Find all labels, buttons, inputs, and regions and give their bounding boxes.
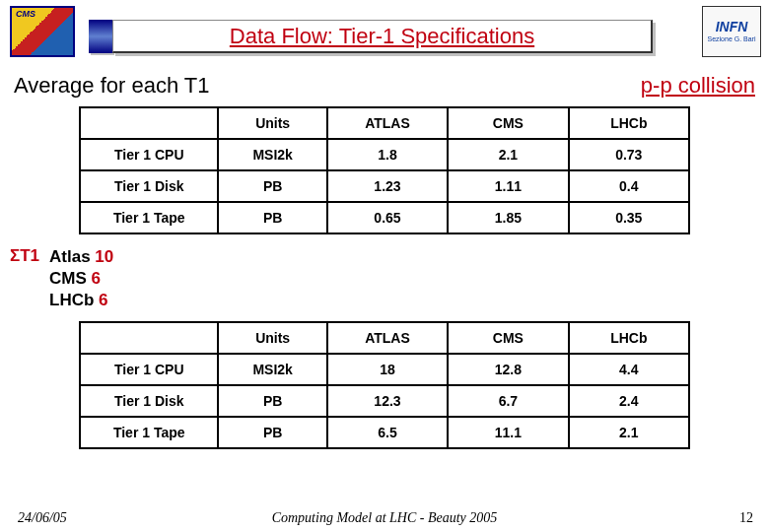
cell-name: Tier 1 Disk bbox=[80, 170, 218, 202]
sigma-num: 10 bbox=[95, 247, 113, 266]
sigma-num: 6 bbox=[99, 291, 107, 309]
cell-name: Tier 1 Disk bbox=[80, 385, 218, 417]
sigma-label: ΣT1 bbox=[10, 246, 39, 311]
cell-cms: 12.8 bbox=[448, 354, 568, 385]
slide-title: Data Flow: Tier-1 Specifications bbox=[230, 24, 534, 49]
slide-footer: 24/06/05 Computing Model at LHC - Beauty… bbox=[0, 510, 769, 526]
cell-atlas: 1.23 bbox=[327, 170, 448, 202]
cell-name: Tier 1 CPU bbox=[80, 139, 218, 170]
footer-page-number: 12 bbox=[739, 510, 753, 526]
th-blank bbox=[80, 107, 218, 139]
cell-lhcb: 4.4 bbox=[569, 354, 689, 385]
cell-cms: 6.7 bbox=[448, 385, 568, 417]
cell-atlas: 0.65 bbox=[327, 202, 448, 233]
table-row: Tier 1 CPUMSI2k1812.84.4 bbox=[80, 354, 689, 385]
sigma-row: LHCb 6 bbox=[49, 290, 113, 311]
sigma-t1-block: ΣT1 Atlas 10CMS 6LHCb 6 bbox=[0, 240, 769, 317]
cell-units: PB bbox=[218, 417, 326, 448]
infn-logo-text: INFN bbox=[716, 20, 748, 34]
cell-name: Tier 1 Tape bbox=[80, 202, 218, 233]
cell-cms: 1.85 bbox=[448, 202, 568, 233]
cell-lhcb: 0.35 bbox=[569, 202, 689, 233]
sigma-num: 6 bbox=[92, 269, 101, 288]
cell-cms: 11.1 bbox=[448, 417, 568, 448]
cell-atlas: 12.3 bbox=[327, 385, 448, 417]
title-bar: Data Flow: Tier-1 Specifications bbox=[112, 20, 653, 53]
pp-collision-label: p-p collision bbox=[641, 73, 755, 99]
subheader: Average for each T1 p-p collision bbox=[0, 67, 769, 102]
th-cms: CMS bbox=[448, 322, 568, 354]
sigma-exp: LHCb bbox=[49, 291, 99, 309]
cell-lhcb: 2.1 bbox=[569, 417, 689, 448]
cell-lhcb: 0.4 bbox=[569, 170, 689, 202]
th-atlas: ATLAS bbox=[327, 107, 448, 139]
cell-units: PB bbox=[218, 385, 326, 417]
cms-logo-text: CMS bbox=[16, 9, 35, 19]
table-1-wrap: Units ATLAS CMS LHCb Tier 1 CPUMSI2k1.82… bbox=[79, 106, 690, 234]
cell-name: Tier 1 CPU bbox=[80, 354, 218, 385]
title-accent-bar bbox=[89, 20, 112, 53]
cms-logo: CMS bbox=[10, 6, 75, 57]
sigma-exp: CMS bbox=[49, 269, 92, 288]
th-cms: CMS bbox=[448, 107, 568, 139]
table-header-row: Units ATLAS CMS LHCb bbox=[80, 322, 689, 354]
cell-cms: 1.11 bbox=[448, 170, 568, 202]
th-blank bbox=[80, 322, 218, 354]
tier1-sum-table: Units ATLAS CMS LHCb Tier 1 CPUMSI2k1812… bbox=[79, 321, 690, 449]
table-row: Tier 1 CPUMSI2k1.82.10.73 bbox=[80, 139, 689, 170]
sigma-exp: Atlas bbox=[49, 247, 95, 266]
cell-atlas: 6.5 bbox=[327, 417, 448, 448]
th-atlas: ATLAS bbox=[327, 322, 448, 354]
cell-lhcb: 2.4 bbox=[569, 385, 689, 417]
tier1-avg-table: Units ATLAS CMS LHCb Tier 1 CPUMSI2k1.82… bbox=[79, 106, 690, 234]
cell-units: MSI2k bbox=[218, 354, 326, 385]
sigma-row: CMS 6 bbox=[49, 268, 113, 290]
avg-label: Average for each T1 bbox=[14, 73, 210, 99]
cell-atlas: 18 bbox=[327, 354, 448, 385]
table-row: Tier 1 DiskPB12.36.72.4 bbox=[80, 385, 689, 417]
th-lhcb: LHCb bbox=[569, 107, 689, 139]
footer-title: Computing Model at LHC - Beauty 2005 bbox=[0, 510, 769, 526]
cell-units: PB bbox=[218, 170, 326, 202]
table-header-row: Units ATLAS CMS LHCb bbox=[80, 107, 689, 139]
cell-units: PB bbox=[218, 202, 326, 233]
slide-header: CMS Data Flow: Tier-1 Specifications INF… bbox=[0, 0, 769, 67]
table-row: Tier 1 TapePB0.651.850.35 bbox=[80, 202, 689, 233]
cell-units: MSI2k bbox=[218, 139, 326, 170]
cell-lhcb: 0.73 bbox=[569, 139, 689, 170]
th-units: Units bbox=[218, 322, 326, 354]
infn-logo-subtext: Sezione G. Bari bbox=[707, 35, 755, 43]
cell-name: Tier 1 Tape bbox=[80, 417, 218, 448]
sigma-row: Atlas 10 bbox=[49, 246, 113, 268]
table-row: Tier 1 DiskPB1.231.110.4 bbox=[80, 170, 689, 202]
th-lhcb: LHCb bbox=[569, 322, 689, 354]
sigma-list: Atlas 10CMS 6LHCb 6 bbox=[49, 246, 113, 311]
cell-cms: 2.1 bbox=[448, 139, 568, 170]
table-row: Tier 1 TapePB6.511.12.1 bbox=[80, 417, 689, 448]
th-units: Units bbox=[218, 107, 326, 139]
cell-atlas: 1.8 bbox=[327, 139, 448, 170]
infn-logo: INFN Sezione G. Bari bbox=[702, 6, 761, 57]
table-2-wrap: Units ATLAS CMS LHCb Tier 1 CPUMSI2k1812… bbox=[79, 321, 690, 449]
